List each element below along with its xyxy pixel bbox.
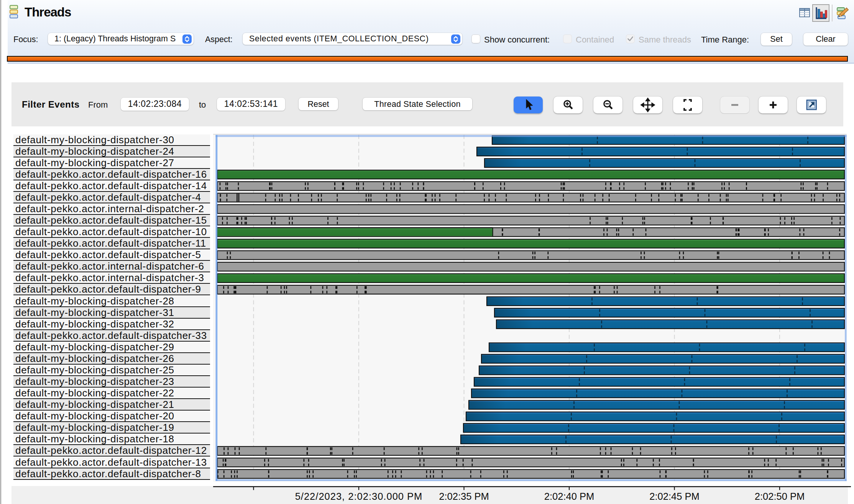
svg-text:5/22/2023, 2:02:30.000 PM: 5/22/2023, 2:02:30.000 PM [295,491,423,502]
svg-text:2:02:35 PM: 2:02:35 PM [439,491,489,502]
svg-text:2:02:45 PM: 2:02:45 PM [649,491,699,502]
svg-text:2:02:40 PM: 2:02:40 PM [544,491,594,502]
svg-text:2:02:50 PM: 2:02:50 PM [755,491,805,502]
